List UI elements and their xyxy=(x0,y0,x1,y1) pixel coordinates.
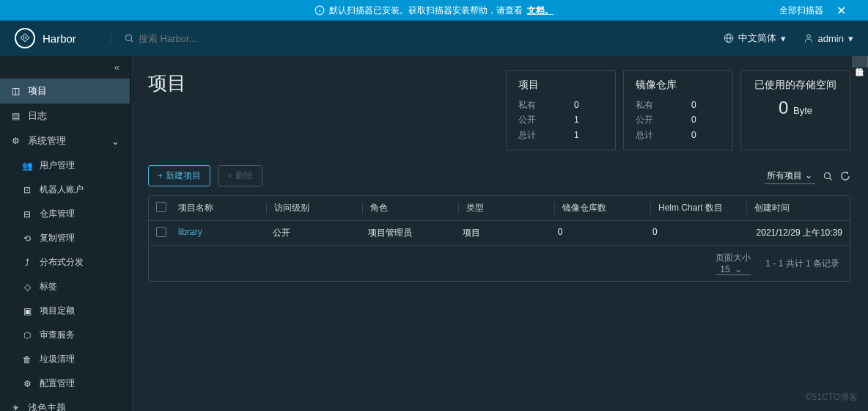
col-access[interactable]: 访问级别 xyxy=(266,202,362,214)
cell-role: 项目管理员 xyxy=(368,227,463,239)
col-chart-count[interactable]: Helm Chart 数目 xyxy=(650,202,746,214)
sidebar-item-labels[interactable]: ◇标签 xyxy=(0,274,130,299)
sidebar-item-gc[interactable]: 🗑垃圾清理 xyxy=(0,347,130,371)
info-icon xyxy=(315,5,325,15)
sidebar-item-system[interactable]: ⚙ 系统管理 ⌄ xyxy=(0,128,130,153)
stat-card-storage: 已使用的存储空间 0 Byte xyxy=(740,70,850,150)
search-icon[interactable] xyxy=(823,171,833,181)
table-header: 项目名称 访问级别 角色 类型 镜像仓库数 Helm Chart 数目 创建时间 xyxy=(149,196,850,221)
table-footer: 页面大小 15⌄ 1 - 1 共计 1 条记录 xyxy=(149,246,850,281)
close-icon[interactable]: ✕ xyxy=(836,4,846,18)
sidebar-item-audit[interactable]: ⬡审查服务 xyxy=(0,323,130,347)
sidebar-item-theme[interactable]: ☀浅色主题 xyxy=(0,396,130,411)
user-menu[interactable]: admin ▾ xyxy=(803,33,853,44)
logs-icon: ▤ xyxy=(10,111,21,121)
stat-title: 镜像仓库 xyxy=(636,79,721,92)
replication-icon: ⟲ xyxy=(22,233,32,244)
col-repo-count[interactable]: 镜像仓库数 xyxy=(554,202,650,214)
main-content: 拍田壮豫 项目 项目 私有0 公开1 总计1 镜像仓库 私有0 公开0 总计0 … xyxy=(130,56,868,411)
user-icon xyxy=(803,33,814,43)
sidebar-item-projects[interactable]: ◫ 项目 xyxy=(0,79,130,103)
watermark: ©51CTO博客 xyxy=(806,391,858,404)
toolbar: +新建项目 ×删除 所有项目⌄ xyxy=(148,165,850,186)
nav-label: 系统管理 xyxy=(28,134,66,148)
plus-icon: + xyxy=(158,171,163,181)
col-role[interactable]: 角色 xyxy=(362,202,458,214)
system-icon: ⚙ xyxy=(10,136,21,146)
robot-icon: ⊡ xyxy=(22,185,32,195)
app-header: Harbor 中文简体 ▾ admin ▾ xyxy=(0,21,868,56)
logo[interactable]: Harbor xyxy=(15,28,110,48)
nav-label: 用户管理 xyxy=(40,159,75,172)
stat-card-repos: 镜像仓库 私有0 公开0 总计0 xyxy=(623,70,733,150)
sun-icon: ☀ xyxy=(10,403,21,411)
nav-label: 标签 xyxy=(40,280,57,293)
nav-label: 日志 xyxy=(28,109,47,123)
sidebar-item-replication[interactable]: ⟲复制管理 xyxy=(0,226,130,250)
cell-access: 公开 xyxy=(273,227,367,239)
chevron-down-icon: ⌄ xyxy=(805,170,812,181)
sidebar-item-robots[interactable]: ⊡机器人账户 xyxy=(0,178,130,202)
chevron-down-icon: ⌄ xyxy=(735,264,742,274)
label-icon: ◇ xyxy=(22,282,32,292)
side-tab[interactable]: 拍田壮豫 xyxy=(852,56,868,68)
nav-label: 浅色主题 xyxy=(28,401,66,411)
svg-line-4 xyxy=(130,40,133,42)
col-type[interactable]: 类型 xyxy=(458,202,554,214)
all-scanners-link[interactable]: 全部扫描器 xyxy=(779,4,823,17)
x-icon: × xyxy=(227,171,232,181)
svg-line-10 xyxy=(829,178,831,180)
stat-card-projects: 项目 私有0 公开1 总计1 xyxy=(506,70,616,150)
col-created[interactable]: 创建时间 xyxy=(746,202,842,214)
project-filter-select[interactable]: 所有项目⌄ xyxy=(764,168,815,184)
search-input[interactable] xyxy=(139,33,285,44)
nav-label: 复制管理 xyxy=(40,232,75,244)
refresh-icon[interactable] xyxy=(840,171,850,181)
sidebar-item-config[interactable]: ⚙配置管理 xyxy=(0,371,130,396)
distribution-icon: ⤴ xyxy=(22,258,32,268)
pagination-range: 1 - 1 共计 1 条记录 xyxy=(765,258,839,270)
select-all-checkbox[interactable] xyxy=(156,202,166,212)
users-icon: 👥 xyxy=(22,161,32,171)
nav-label: 项目 xyxy=(28,84,47,98)
nav-label: 分布式分发 xyxy=(40,256,84,269)
svg-point-9 xyxy=(824,172,830,178)
sidebar-item-repos[interactable]: ⊟仓库管理 xyxy=(0,202,130,226)
repo-icon: ⊟ xyxy=(22,209,32,219)
sidebar-collapse-button[interactable]: « xyxy=(0,56,130,79)
quota-icon: ▣ xyxy=(22,306,32,316)
user-name: admin xyxy=(818,33,844,44)
stat-title: 项目 xyxy=(518,79,603,92)
sidebar-item-logs[interactable]: ▤ 日志 xyxy=(0,103,130,128)
nav-label: 机器人账户 xyxy=(40,183,84,196)
app-name: Harbor xyxy=(43,32,76,45)
language-selector[interactable]: 中文简体 ▾ xyxy=(724,32,786,45)
cell-chart-count: 0 xyxy=(652,227,747,239)
harbor-logo-icon xyxy=(15,28,35,48)
sidebar-item-users[interactable]: 👥用户管理 xyxy=(0,153,130,178)
notification-banner: 默认扫描器已安装。获取扫描器安装帮助，请查看 文档。 全部扫描器 ✕ xyxy=(0,0,868,21)
shield-icon: ⬡ xyxy=(22,330,32,341)
projects-table: 项目名称 访问级别 角色 类型 镜像仓库数 Helm Chart 数目 创建时间… xyxy=(148,195,850,282)
svg-point-3 xyxy=(125,34,131,40)
nav-label: 仓库管理 xyxy=(40,208,75,220)
search-bar[interactable] xyxy=(110,33,285,44)
cell-repo-count: 0 xyxy=(558,227,652,239)
chevron-down-icon: ▾ xyxy=(781,33,786,44)
sidebar-item-quotas[interactable]: ▣项目定额 xyxy=(0,299,130,323)
chevron-down-icon: ⌄ xyxy=(111,136,119,147)
banner-docs-link[interactable]: 文档。 xyxy=(527,4,553,17)
new-project-button[interactable]: +新建项目 xyxy=(148,165,210,186)
row-checkbox[interactable] xyxy=(156,227,166,237)
project-name-link[interactable]: library xyxy=(178,227,273,239)
gear-icon: ⚙ xyxy=(22,379,32,389)
language-label: 中文简体 xyxy=(738,32,776,45)
nav-label: 审查服务 xyxy=(40,329,75,341)
table-row[interactable]: library 公开 项目管理员 项目 0 0 2021/12/29 上午10:… xyxy=(149,221,850,246)
delete-button[interactable]: ×删除 xyxy=(218,165,262,186)
sidebar-item-distribution[interactable]: ⤴分布式分发 xyxy=(0,250,130,274)
page-size-select[interactable]: 15⌄ xyxy=(716,264,751,275)
svg-point-8 xyxy=(806,34,810,38)
stats-row: 项目 私有0 公开1 总计1 镜像仓库 私有0 公开0 总计0 已使用的存储空间… xyxy=(506,70,850,150)
col-name[interactable]: 项目名称 xyxy=(178,202,266,214)
